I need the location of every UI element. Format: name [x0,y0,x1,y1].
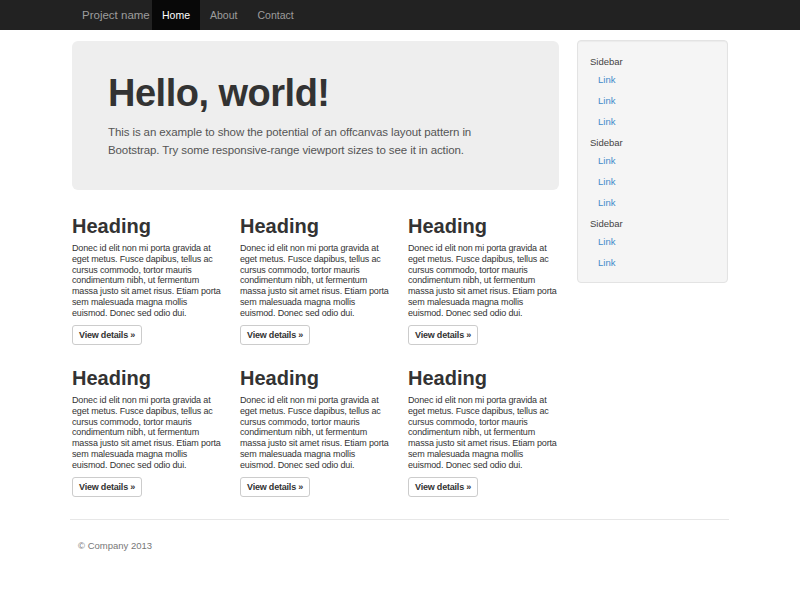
card-heading: Heading [408,215,560,237]
view-details-button[interactable]: View details » [408,477,478,497]
top-navbar: Project name Home About Contact [0,0,800,30]
footer-copyright: © Company 2013 [78,540,152,551]
view-details-button[interactable]: View details » [72,477,142,497]
view-details-button[interactable]: View details » [408,325,478,345]
card-body-text: Donec id elit non mi porta gravida at eg… [408,243,560,319]
card-body-text: Donec id elit non mi porta gravida at eg… [72,243,224,319]
brand-link[interactable]: Project name [82,0,150,30]
card-body-text: Donec id elit non mi porta gravida at eg… [408,395,560,471]
feature-card: Heading Donec id elit non mi porta gravi… [240,215,392,345]
feature-card: Heading Donec id elit non mi porta gravi… [72,215,224,345]
footer-divider [70,519,729,520]
nav-item-home[interactable]: Home [152,0,200,30]
cards-row-1: Heading Donec id elit non mi porta gravi… [72,215,560,345]
view-details-button[interactable]: View details » [72,325,142,345]
feature-card: Heading Donec id elit non mi porta gravi… [408,367,560,497]
card-heading: Heading [240,367,392,389]
card-body-text: Donec id elit non mi porta gravida at eg… [240,243,392,319]
view-details-button[interactable]: View details » [240,325,310,345]
feature-card: Heading Donec id elit non mi porta gravi… [408,215,560,345]
card-heading: Heading [72,367,224,389]
nav-item-contact[interactable]: Contact [247,0,303,30]
main-content: Heading Donec id elit non mi porta gravi… [70,30,729,575]
view-details-button[interactable]: View details » [240,477,310,497]
nav-item-about[interactable]: About [200,0,247,30]
feature-card: Heading Donec id elit non mi porta gravi… [72,367,224,497]
cards-row-2: Heading Donec id elit non mi porta gravi… [72,367,560,497]
feature-card: Heading Donec id elit non mi porta gravi… [240,367,392,497]
card-heading: Heading [72,215,224,237]
card-body-text: Donec id elit non mi porta gravida at eg… [72,395,224,471]
card-heading: Heading [408,367,560,389]
card-body-text: Donec id elit non mi porta gravida at eg… [240,395,392,471]
navbar-menu: Home About Contact [152,0,304,30]
card-heading: Heading [240,215,392,237]
